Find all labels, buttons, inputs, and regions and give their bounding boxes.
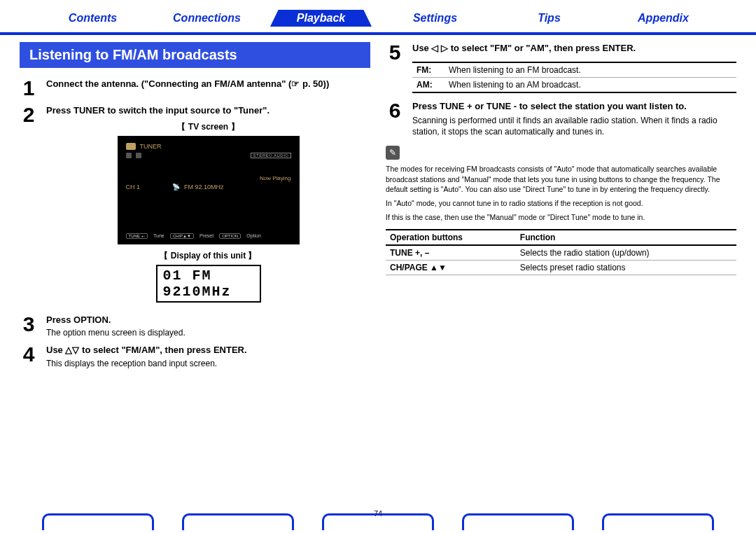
tv-lbl-option: Option bbox=[246, 233, 261, 239]
step-5: 5 Use ◁ ▷ to select "FM" or "AM", then p… bbox=[386, 42, 736, 93]
step-1: 1 Connect the antenna. ("Connecting an F… bbox=[20, 78, 370, 99]
dim-icon bbox=[136, 153, 141, 158]
step-num-3: 3 bbox=[20, 314, 38, 339]
step-3-head: Press OPTION. bbox=[46, 314, 370, 326]
right-column: 5 Use ◁ ▷ to select "FM" or "AM", then p… bbox=[386, 42, 736, 375]
step-3: 3 Press OPTION. The option menu screen i… bbox=[20, 314, 370, 339]
step-num-2: 2 bbox=[20, 104, 38, 308]
tab-contents[interactable]: Contents bbox=[42, 10, 144, 27]
tv-lbl-preset: Preset bbox=[200, 233, 214, 239]
section-title: Listening to FM/AM broadcasts bbox=[20, 42, 370, 68]
note-icon: ✎ bbox=[386, 146, 400, 160]
op-r2-buttons: CH/PAGE ▲▼ bbox=[386, 261, 516, 275]
step-4-sub: This displays the reception band input s… bbox=[46, 358, 370, 369]
operation-buttons-table: Operation buttons Function TUNE +, – Sel… bbox=[386, 229, 736, 275]
tab-appendix[interactable]: Appendix bbox=[612, 10, 714, 27]
dim-icon bbox=[126, 153, 132, 158]
tv-stereo-badge: STEREO AUDIO bbox=[251, 153, 290, 158]
fm-desc: When listening to an FM broadcast. bbox=[449, 65, 581, 75]
tv-now-playing: Now Playing bbox=[260, 175, 290, 181]
footer-curve bbox=[322, 513, 434, 530]
op-r1-function: Selects the radio station (up/down) bbox=[516, 245, 736, 261]
step-6-sub: Scanning is performed until it finds an … bbox=[412, 115, 736, 137]
tv-frequency: FM 92.10MHz bbox=[184, 184, 224, 191]
tv-tuner-label: TUNER bbox=[140, 143, 162, 150]
step-1-head: Connect the antenna. ("Connecting an FM/… bbox=[46, 78, 370, 90]
step-3-sub: The option menu screen is displayed. bbox=[46, 327, 370, 338]
unit-display: 01 FM 9210MHz bbox=[156, 265, 261, 303]
footer-curve bbox=[42, 513, 154, 530]
footer-curve bbox=[462, 513, 574, 530]
op-r1-buttons: TUNE +, – bbox=[386, 245, 516, 261]
left-column: Listening to FM/AM broadcasts 1 Connect … bbox=[20, 42, 370, 375]
unit-line2: 9210MHz bbox=[163, 284, 254, 300]
step-num-6: 6 bbox=[386, 100, 404, 138]
tv-lbl-tune: Tune bbox=[153, 233, 164, 239]
unit-display-label: 【 Display of this unit 】 bbox=[46, 250, 370, 262]
footer-decoration bbox=[0, 513, 756, 530]
fm-label: FM: bbox=[416, 65, 449, 75]
step-num-1: 1 bbox=[20, 78, 38, 99]
step-4-head: Use △▽ to select "FM/AM", then press ENT… bbox=[46, 344, 370, 357]
tab-playback[interactable]: Playback bbox=[270, 10, 372, 27]
step-6: 6 Press TUNE + or TUNE - to select the s… bbox=[386, 100, 736, 138]
step-num-5: 5 bbox=[386, 42, 404, 93]
am-label: AM: bbox=[416, 80, 449, 90]
step-2-head: Press TUNER to switch the input source t… bbox=[46, 104, 370, 117]
op-r2-function: Selects preset radio stations bbox=[516, 261, 736, 275]
tab-tips[interactable]: Tips bbox=[498, 10, 600, 27]
am-desc: When listening to an AM broadcast. bbox=[449, 80, 581, 90]
op-th-function: Function bbox=[516, 230, 736, 245]
note-paragraph-3: If this is the case, then use the "Manua… bbox=[386, 212, 736, 222]
radio-icon bbox=[126, 143, 136, 150]
note-paragraph-2: In "Auto" mode, you cannot tune in to ra… bbox=[386, 198, 736, 208]
tv-channel: CH 1 bbox=[126, 184, 141, 191]
tab-connections[interactable]: Connections bbox=[156, 10, 258, 27]
tab-settings[interactable]: Settings bbox=[384, 10, 486, 27]
tv-btn-option: OPTION bbox=[219, 233, 241, 239]
step-2: 2 Press TUNER to switch the input source… bbox=[20, 104, 370, 308]
step-num-4: 4 bbox=[20, 344, 38, 369]
page-body: Listening to FM/AM broadcasts 1 Connect … bbox=[0, 35, 756, 375]
top-nav: Contents Connections Playback Settings T… bbox=[0, 0, 756, 35]
footer-curve bbox=[602, 513, 714, 530]
footer-curve bbox=[182, 513, 294, 530]
tv-screen-illustration: TUNER STEREO AUDIO Now Playing CH 1 📡 FM… bbox=[118, 136, 300, 244]
step-6-head: Press TUNE + or TUNE - to select the sta… bbox=[412, 100, 736, 113]
unit-line1: 01 FM bbox=[163, 268, 254, 284]
tv-btn-tune: TUNE +- bbox=[126, 233, 148, 239]
step-4: 4 Use △▽ to select "FM/AM", then press E… bbox=[20, 344, 370, 369]
op-th-buttons: Operation buttons bbox=[386, 230, 516, 245]
tv-screen-label: 【 TV screen 】 bbox=[46, 121, 370, 133]
step-5-head: Use ◁ ▷ to select "FM" or "AM", then pre… bbox=[412, 42, 736, 55]
tv-btn-chpage: CH/P▲▼ bbox=[170, 233, 194, 239]
note-paragraph-1: The modes for receiving FM broadcasts co… bbox=[386, 164, 736, 194]
